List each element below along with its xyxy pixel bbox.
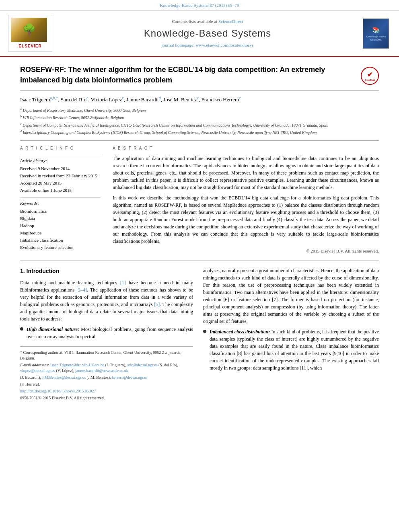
email4-link[interactable]: jaume.bacardit@newcastle.ac.uk <box>75 368 128 373</box>
affil-d: d Interdisciplinary Computing and Comple… <box>20 129 379 136</box>
footnote-emails2: (J. Bacardit), J.M.Benitez@decsai.ugr.es… <box>20 375 193 380</box>
info-abstract-section: A R T I C L E I N F O Article history: R… <box>20 140 379 254</box>
ref11-link[interactable]: [11] <box>300 365 308 371</box>
ref7-link[interactable]: [7] <box>272 297 278 302</box>
keywords-label: Keywords: <box>20 200 101 207</box>
homepage-url[interactable]: www.elsevier.com/locate/knosys <box>195 43 253 47</box>
bullet-item-1: High dimensional nature: Most biological… <box>20 326 193 340</box>
keyword-6: Evolutionary feature selection <box>20 244 101 251</box>
body-right-col: analyses, naturally present a great numb… <box>203 267 379 401</box>
author-benitez: José M. Benítez <box>163 97 197 103</box>
author-herrera-sup: c <box>239 96 241 100</box>
article-title-text: ROSEFW-RF: The winner algorithm for the … <box>20 65 355 85</box>
authors-section: Isaac Trigueroa,b,*, Sara del Ríoc, Vict… <box>20 95 379 104</box>
journal-title-area: Contents lists available at ScienceDirec… <box>60 18 355 49</box>
abstract-para2: In this work we describe the methodology… <box>113 194 379 245</box>
author-triguero: Isaac Triguero <box>20 97 50 103</box>
author-benitez-sup: c <box>197 96 199 100</box>
elsevier-wordmark: ELSEVIER <box>11 43 49 49</box>
elsevier-logo-box: 🌳 ELSEVIER <box>8 15 52 52</box>
article-history: Article history: Received 9 November 201… <box>20 155 101 194</box>
ref1-link[interactable]: [1] <box>120 280 126 286</box>
ref5-link[interactable]: [5] <box>154 302 160 307</box>
revised-date: Received in revised form 23 February 201… <box>20 173 101 179</box>
tree-icon: 🌳 <box>22 24 36 35</box>
email5-link[interactable]: J.M.Benitez@decsai.ugr.es <box>42 375 86 380</box>
keyword-3: Hadoop <box>20 223 101 229</box>
article-info-col: A R T I C L E I N F O Article history: R… <box>20 146 101 254</box>
bullet1-bold: High dimensional nature: <box>27 327 79 332</box>
bullet-text-1: High dimensional nature: Most biological… <box>27 326 193 340</box>
ref8-link[interactable]: [8] <box>237 351 242 356</box>
footnote-corresponding: * Corresponding author at: VIB Inflammat… <box>20 350 193 361</box>
journal-main-title: Knowledge-Based Systems <box>60 27 355 41</box>
kbs-icon: 📚 <box>372 25 380 35</box>
kbs-logo-box: 📚 Knowledge-BasedSYSTEMS <box>363 18 389 49</box>
article-title: ROSEFW-RF: The winner algorithm for the … <box>20 65 355 85</box>
bullet-text-2: Imbalanced class distribution: In such k… <box>210 328 379 372</box>
affil-a: a Department of Respiratory Medicine, Gh… <box>20 107 379 113</box>
ref6-link[interactable]: [6] <box>224 297 229 302</box>
author-delrio: Sara del Río <box>61 97 86 103</box>
author-bacardit: Jaume Bacardit <box>126 97 159 103</box>
abstract-copyright: © 2015 Elsevier B.V. All rights reserved… <box>113 248 379 255</box>
section1-title: 1. Introduction <box>20 267 193 275</box>
kbs-logo-text: Knowledge-BasedSYSTEMS <box>366 35 386 42</box>
author-lopez-sup: c <box>122 96 123 100</box>
accepted-date: Accepted 28 May 2015 <box>20 180 101 187</box>
bullet-dot-1 <box>20 327 23 331</box>
section1-para1: Data mining and machine learning techniq… <box>20 279 193 322</box>
article-content: ROSEFW-RF: The winner algorithm for the … <box>0 57 399 409</box>
crossmark-badge: ✔ CrossMark <box>361 67 379 85</box>
crossmark-label: ✔ CrossMark <box>365 71 375 81</box>
email-label: E-mail addresses: <box>20 363 49 367</box>
doi-link[interactable]: http://dx.doi.org/10.1016/j.knosys.2015.… <box>20 388 193 394</box>
affil-b: b VIB Inflammation Research Center, 9052… <box>20 114 379 121</box>
homepage-label: journal homepage: <box>161 43 194 47</box>
ref2-4-link[interactable]: [2–4] <box>76 287 87 293</box>
footnote-fherrera: (F. Herrera). <box>20 382 193 387</box>
crossmark-icon: ✔ CrossMark <box>361 67 379 85</box>
journal-citation-bar: Knowledge-Based Systems 87 (2015) 69–79 <box>0 0 399 11</box>
body-section: 1. Introduction Data mining and machine … <box>20 267 379 401</box>
author-bacardit-sup: d <box>159 96 161 100</box>
footnote-emails: E-mail addresses: Isaac.Triguero@irc.vib… <box>20 362 193 374</box>
available-date: Available online 1 June 2015 <box>20 187 101 194</box>
email3-link[interactable]: vlopez@decsai.ugr.es <box>20 368 55 373</box>
right-para1: analyses, naturally present a great numb… <box>203 267 379 325</box>
ref9-10-link[interactable]: [9,10] <box>333 351 344 356</box>
abstract-para1: The application of data mining and machi… <box>113 155 379 191</box>
footnotes-area: * Corresponding author at: VIB Inflammat… <box>20 346 193 401</box>
elsevier-tree-image: 🌳 <box>11 18 47 42</box>
right-bullet-item-2: Imbalanced class distribution: In such k… <box>203 328 379 372</box>
abstract-heading: A B S T R A C T <box>113 146 379 152</box>
keyword-1: Bioinformatics <box>20 208 101 215</box>
author-lopez: Victoria López <box>91 97 122 103</box>
author-delrio-sup: c <box>86 96 88 100</box>
kbs-logo-right: 📚 Knowledge-BasedSYSTEMS <box>363 18 391 49</box>
author-herrera: Francisco Herrera <box>202 97 239 103</box>
received-date: Received 9 November 2014 <box>20 166 101 172</box>
section-divider <box>20 261 379 261</box>
journal-homepage: journal homepage: www.elsevier.com/locat… <box>60 42 355 49</box>
sciencedirect-line: Contents lists available at ScienceDirec… <box>60 18 355 25</box>
journal-header: 🌳 ELSEVIER Contents lists available at S… <box>0 11 399 57</box>
email6-link[interactable]: herrera@decsai.ugr.es <box>112 375 148 380</box>
keyword-5: Imbalance classification <box>20 237 101 244</box>
email1-link[interactable]: Isaac.Triguero@irc.vib-UGent.be <box>50 363 105 367</box>
email2-link[interactable]: srio@decsai.ugr.es <box>127 363 157 367</box>
author-triguero-sup: a,b,* <box>50 96 58 100</box>
history-label: Article history: <box>20 158 101 164</box>
issn-line: 0950-7051/© 2015 Elsevier B.V. All right… <box>20 395 193 401</box>
contents-text: Contents lists available at <box>172 19 217 24</box>
keywords-section: Keywords: Bioinformatics Big data Hadoop… <box>20 197 101 251</box>
keyword-2: Big data <box>20 216 101 222</box>
sciencedirect-link[interactable]: ScienceDirect <box>218 19 243 24</box>
abstract-col: A B S T R A C T The application of data … <box>113 146 379 254</box>
journal-citation: Knowledge-Based Systems 87 (2015) 69–79 <box>160 3 239 8</box>
affil-c: c Department of Computer Science and Art… <box>20 122 379 128</box>
keyword-4: MapReduce <box>20 230 101 236</box>
bullet-dot-2 <box>203 330 206 333</box>
page: Knowledge-Based Systems 87 (2015) 69–79 … <box>0 0 399 532</box>
article-title-section: ROSEFW-RF: The winner algorithm for the … <box>20 65 379 90</box>
